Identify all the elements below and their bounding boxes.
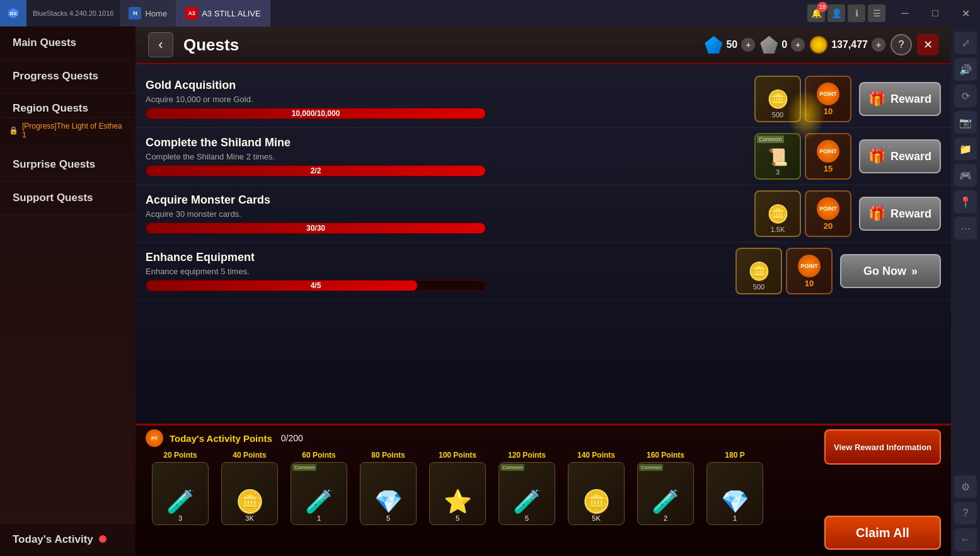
add-gray-diamond-btn[interactable]: +: [791, 38, 805, 52]
progress-text: 30/30: [306, 224, 325, 233]
go-now-button[interactable]: Go Now »: [840, 254, 941, 288]
menu-btn[interactable]: ☰: [868, 4, 885, 22]
milestone-reward[interactable]: 💎 5: [360, 462, 417, 525]
milestone-140: 140 Points 🪙 5K: [562, 451, 631, 525]
reward-amount: 500: [772, 111, 783, 119]
gray-diamond-currency: 0 +: [760, 36, 805, 54]
sidebar-item-surprise-quests[interactable]: Surprise Quests: [0, 148, 135, 182]
notification-btn[interactable]: 🔔 18: [807, 4, 825, 22]
back-button[interactable]: ‹: [148, 32, 173, 57]
reward-icons: 🪙 1.5K POINT 20: [754, 190, 851, 237]
folder-btn[interactable]: 📁: [954, 137, 977, 160]
close-quest-btn[interactable]: ✕: [917, 34, 938, 55]
rotate-btn[interactable]: ⟳: [954, 84, 977, 107]
screenshot-btn[interactable]: 📷: [954, 111, 977, 134]
progress-bar-wrap: 10,000/10,000: [146, 108, 486, 119]
game-tab-icon: A3: [185, 7, 198, 20]
milestone-reward[interactable]: Common 🧪 1: [291, 462, 347, 525]
gamepad-btn[interactable]: 🎮: [954, 164, 977, 187]
milestone-reward[interactable]: ⭐ 5: [429, 462, 486, 525]
notification-badge: 18: [817, 2, 827, 12]
volume-btn[interactable]: 🔊: [954, 58, 977, 81]
point-reward-box: POINT 10: [805, 76, 851, 122]
milestone-reward[interactable]: Common 🧪 2: [637, 462, 694, 525]
game-tab-label: A3 STILL ALIVE: [202, 9, 260, 18]
quest-row: Acquire Monster Cards Acquire 30 monster…: [135, 185, 951, 243]
quest-desc: Acquire 30 monster cards.: [146, 209, 747, 219]
milestone-count: 1: [733, 514, 737, 522]
settings-btn[interactable]: ⚙: [954, 475, 977, 498]
milestone-reward[interactable]: Common 🧪 5: [499, 462, 555, 525]
minimize-btn[interactable]: ─: [891, 0, 919, 26]
quest-row: Enhance Equipment Enhance equipment 5 ti…: [135, 243, 951, 300]
reward-gold-icon: 🪙 500: [754, 76, 801, 122]
common-badge: Common: [639, 464, 663, 471]
scroll-icon: 📜: [768, 148, 788, 167]
milestone-label: 40 Points: [233, 451, 266, 460]
more-btn[interactable]: ⋯: [954, 217, 977, 240]
home-tab[interactable]: H Home: [120, 0, 176, 26]
back-arrow-icon: ‹: [158, 37, 163, 53]
gold-icon: 🪙: [748, 261, 770, 282]
milestone-reward[interactable]: 🧪 3: [152, 462, 209, 525]
point-reward-box: POINT 10: [786, 248, 833, 294]
map-btn[interactable]: 📍: [954, 190, 977, 213]
quest-desc: Acquire 10,000 or more Gold.: [146, 95, 747, 104]
reward-gold-icon: 🪙 500: [735, 248, 782, 294]
milestone-100: 100 Points ⭐ 5: [423, 451, 492, 525]
milestone-label: 100 Points: [439, 451, 476, 460]
gold-value: 137,477: [831, 39, 868, 50]
sidebar-item-main-quests[interactable]: Main Quests: [0, 26, 135, 60]
common-badge: Common: [757, 136, 784, 143]
expand-btn[interactable]: ⤢: [954, 32, 977, 54]
milestone-count: 2: [664, 514, 667, 522]
milestone-reward[interactable]: 🪙 5K: [568, 462, 625, 525]
milestone-label: 140 Points: [577, 451, 615, 460]
account-btn[interactable]: 👤: [827, 4, 845, 22]
reward-button[interactable]: 🎁 Reward: [859, 82, 941, 116]
game-tab[interactable]: A3 A3 STILL ALIVE: [176, 0, 270, 26]
quest-row: Complete the Shiland Mine Complete the S…: [135, 128, 951, 185]
sidebar-today-activity[interactable]: Today's Activity: [0, 523, 135, 556]
main-content: ‹ Quests 50 + 0 + 137,477 +: [135, 26, 951, 556]
common-badge: Common: [292, 464, 316, 471]
reward-button[interactable]: 🎁 Reward: [859, 197, 941, 231]
milestone-80: 80 Points 💎 5: [354, 451, 423, 525]
point-value: 20: [824, 221, 833, 231]
gray-diamond-value: 0: [781, 39, 787, 50]
window-close-btn[interactable]: ✕: [951, 0, 980, 26]
quest-desc: Enhance equipment 5 times.: [146, 267, 728, 276]
milestone-reward[interactable]: 🪙 3K: [221, 462, 278, 525]
blue-diamond-icon: [705, 36, 722, 54]
reward-amount: 3: [776, 168, 780, 176]
help-button[interactable]: ?: [891, 34, 912, 55]
sidebar-item-support-quests[interactable]: Support Quests: [0, 182, 135, 215]
progress-text: 2/2: [311, 166, 321, 175]
help-sidebar-btn[interactable]: ?: [954, 502, 977, 524]
back-sidebar-btn[interactable]: ←: [954, 528, 977, 551]
notification-dot: [99, 535, 107, 543]
sidebar-item-region-quests[interactable]: Region Quests: [0, 93, 135, 118]
point-icon: POINT: [817, 83, 839, 105]
reward-btn-icon: 🎁: [868, 148, 885, 165]
info-btn[interactable]: ℹ: [848, 4, 865, 22]
claim-all-button[interactable]: Claim All: [824, 516, 941, 550]
reward-button[interactable]: 🎁 Reward: [859, 139, 941, 173]
milestone-icon: 🧪: [166, 490, 195, 513]
point-reward-box: POINT 20: [805, 190, 851, 237]
maximize-btn[interactable]: □: [921, 0, 950, 26]
milestone-120: 120 Points Common 🧪 5: [492, 451, 562, 525]
sidebar-region-sub[interactable]: 🔒 [Progress]The Light of Esthea 1: [0, 118, 135, 148]
milestone-reward[interactable]: 💎 1: [706, 462, 763, 525]
milestone-icon: 🪙: [236, 490, 264, 513]
add-blue-diamond-btn[interactable]: +: [741, 38, 755, 52]
activity-progress: 0/200: [281, 433, 303, 443]
milestone-count: 1: [317, 514, 321, 522]
quest-row: Gold Acquisition Acquire 10,000 or more …: [135, 71, 951, 128]
view-reward-btn[interactable]: View Reward Information: [824, 429, 941, 465]
title-bar: BS BlueStacks 4.240.20.1016 H Home A3 A3…: [0, 0, 980, 26]
milestone-icon: 🧪: [513, 490, 541, 513]
add-gold-btn[interactable]: +: [872, 38, 885, 52]
sidebar-item-progress-quests[interactable]: Progress Quests: [0, 60, 135, 93]
milestone-icon: 🧪: [305, 490, 333, 513]
